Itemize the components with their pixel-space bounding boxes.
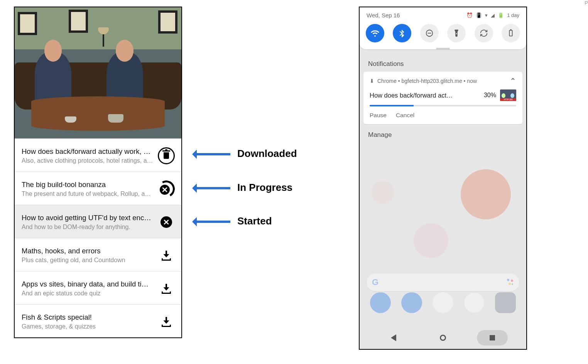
qs-bluetooth-toggle[interactable] [393,24,411,42]
qs-battery-saver-toggle[interactable] [502,24,520,42]
vibrate-icon: 📳 [476,12,482,18]
wifi-signal-icon: ▾ [485,12,488,18]
home-icon [440,335,446,341]
system-nav-bar [360,327,526,349]
qs-flashlight-toggle[interactable] [447,24,466,42]
list-item[interactable]: Apps vs sites, binary data, and build ti… [15,271,181,304]
download-notification[interactable]: ⬇ Chrome • bgfetch-http203.glitch.me • n… [363,72,522,124]
podcast-app-panel: How does back/forward actually work, an…… [14,7,182,338]
list-item[interactable]: How to avoid getting UTF'd by text encod… [15,205,181,238]
battery-icon: 🔋 [498,12,504,18]
item-subtitle: And an epic status code quiz [22,290,154,297]
notification-shade[interactable]: Wed, Sep 16 ⏰ 📳 ▾ ◢ 🔋 1 day [360,7,526,49]
list-item[interactable]: Fish & Scripts special! Games, storage, … [15,304,181,337]
camera-app-icon[interactable] [495,292,516,313]
manage-button[interactable]: Manage [360,124,526,143]
cropped-letter: P [585,0,588,6]
download-icon [162,317,171,326]
pause-action[interactable]: Pause [370,112,387,119]
delete-download-button[interactable] [157,147,175,165]
collapse-icon[interactable]: ⌃ [510,76,516,86]
cancel-action[interactable]: Cancel [396,112,414,119]
shade-drag-handle[interactable] [436,48,450,49]
cell-signal-icon: ◢ [491,12,495,18]
list-item[interactable]: The big build-tool bonanza The present a… [15,172,181,205]
download-button[interactable] [157,280,175,297]
qs-autorotate-toggle[interactable] [475,24,493,42]
play-store-app-icon[interactable] [433,292,453,313]
list-item[interactable]: Maths, hooks, and errors Plus cats, gett… [15,238,181,271]
qs-dnd-toggle[interactable] [420,24,439,42]
phone-frame: G Wed, Sep 16 ⏰ 📳 ▾ ◢ 🔋 [359,7,527,350]
qs-wifi-toggle[interactable] [366,24,384,42]
item-title: The big build-tool bonanza [22,180,154,189]
svg-rect-2 [509,30,512,36]
thumb-caption: HTTP 203 [500,98,516,101]
item-subtitle: Games, storage, & quizzes [22,323,154,330]
status-date: Wed, Sep 16 [367,12,400,19]
chrome-app-icon[interactable] [464,292,485,313]
alarm-icon: ⏰ [466,12,473,18]
assistant-icon [507,279,514,286]
recents-icon [490,335,495,340]
progress-spinner-icon [158,180,175,197]
back-icon [391,334,396,341]
item-title: Apps vs sites, binary data, and build ti… [22,280,154,288]
annotation-label-in-progress: In Progress [237,182,292,194]
notification-source: Chrome • bgfetch-http203.glitch.me • now [377,78,477,84]
item-subtitle: Also, active clothing protocols, hotel r… [22,157,154,164]
notification-thumbnail: HTTP 203 [500,89,516,101]
annotation-arrow [194,153,230,155]
quick-settings-row [360,20,526,48]
cancel-download-button[interactable] [157,180,175,198]
nav-home-button[interactable] [427,330,458,345]
dock [360,287,526,318]
annotation-arrow [194,187,230,189]
launcher-background: G [360,177,526,349]
item-title: Fish & Scripts special! [22,313,154,322]
download-icon [162,251,171,260]
google-logo-icon: G [372,277,378,287]
messages-app-icon[interactable] [401,292,422,313]
battery-text: 1 day [507,12,519,18]
annotation-label-started: Started [237,215,272,227]
item-title: Maths, hooks, and errors [22,247,154,255]
nav-back-button[interactable] [378,330,409,345]
hero-thumbnail [15,7,181,138]
notification-title: How does back/forward act… [370,92,480,99]
annotation-label-downloaded: Downloaded [237,148,297,160]
notifications-header: Notifications [360,53,526,72]
item-title: How to avoid getting UTF'd by text encod… [22,214,154,222]
download-icon [162,284,171,293]
status-bar: Wed, Sep 16 ⏰ 📳 ▾ ◢ 🔋 1 day [360,7,526,20]
trash-icon [158,147,175,164]
progress-bar [370,105,516,106]
download-button[interactable] [157,313,175,330]
item-title: How does back/forward actually work, an… [22,147,154,156]
cancel-icon [161,216,172,228]
list-item[interactable]: How does back/forward actually work, an…… [15,138,181,172]
phone-app-icon[interactable] [370,292,391,313]
annotation-arrow [194,221,230,223]
cancel-download-button[interactable] [157,213,175,231]
item-subtitle: Plus cats, getting old, and Countdown [22,257,154,264]
download-arrow-icon: ⬇ [370,78,374,84]
item-subtitle: And how to be DOM-ready for anything. [22,224,154,231]
item-subtitle: The present and future of webpack, Rollu… [22,190,154,197]
notification-percent: 30% [484,92,496,99]
download-button[interactable] [157,246,175,264]
nav-recents-button[interactable] [477,330,508,345]
